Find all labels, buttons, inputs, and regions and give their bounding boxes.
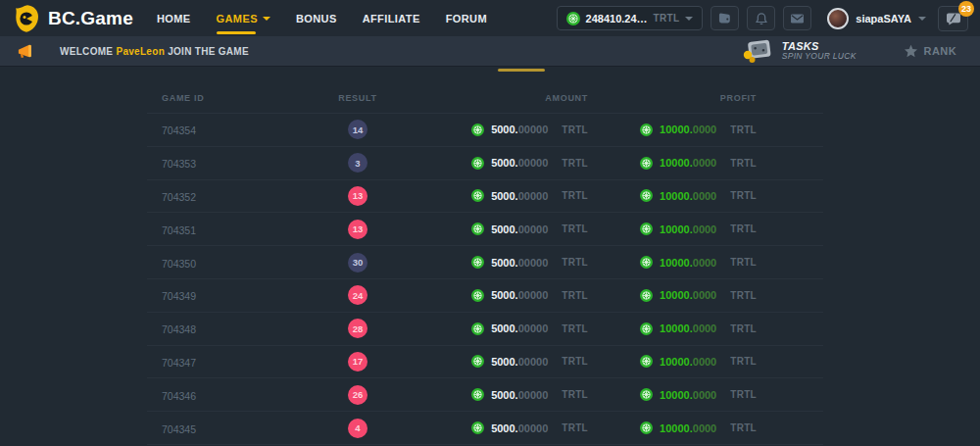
tasks-texts: TASKS SPIN YOUR LUCK xyxy=(782,40,857,62)
trtl-coin-icon xyxy=(640,223,653,235)
table-row[interactable]: 704348 28 5000.00000 TRTL 10000.0 xyxy=(147,313,823,346)
welcome-message: WELCOME PaveLeon JOIN THE GAME xyxy=(60,46,249,57)
trtl-coin-icon xyxy=(471,256,484,269)
result-badge: 26 xyxy=(348,385,368,405)
nav-item-affiliate[interactable]: AFFILIATE xyxy=(363,0,420,36)
amount-currency: TRTL xyxy=(562,323,588,334)
chevron-down-icon xyxy=(263,17,270,21)
trtl-coin-icon xyxy=(471,355,484,368)
chat-icon xyxy=(946,12,961,25)
profit-currency: TRTL xyxy=(730,356,757,367)
amount-currency: TRTL xyxy=(562,389,588,400)
notifications-button[interactable] xyxy=(747,6,775,30)
amount-decimals: 00000 xyxy=(518,289,549,301)
bell-icon xyxy=(755,12,768,25)
rank-link[interactable]: RANK xyxy=(904,44,956,58)
amount-decimals: 00000 xyxy=(518,124,549,135)
game-id: 704348 xyxy=(162,323,196,335)
amount-decimals: 00000 xyxy=(518,223,549,235)
table-row[interactable]: 704345 4 5000.00000 TRTL 10000.00 xyxy=(147,412,823,445)
amount-currency: TRTL xyxy=(562,223,588,234)
profit-decimals: 0000 xyxy=(693,124,716,135)
navbar-right: 248410.24… TRTL xyxy=(557,6,968,31)
amount-decimals: 00000 xyxy=(518,356,549,368)
tasks-link[interactable]: TASKS SPIN YOUR LUCK xyxy=(741,38,857,64)
bcgame-logo-icon xyxy=(14,4,40,33)
logo[interactable]: BC.Game xyxy=(14,4,133,33)
trtl-coin-icon xyxy=(640,421,653,434)
nav-item-forum[interactable]: FORUM xyxy=(446,0,487,36)
balance-selector[interactable]: 248410.24… TRTL xyxy=(557,6,704,30)
trtl-coin-icon xyxy=(640,157,653,170)
trtl-coin-icon xyxy=(640,355,653,368)
wallet-button[interactable] xyxy=(710,6,739,30)
nav-item-games[interactable]: GAMES xyxy=(217,0,270,36)
megaphone-icon xyxy=(16,43,34,60)
chat-button[interactable]: 23 xyxy=(938,6,968,31)
amount-decimals: 00000 xyxy=(518,190,549,202)
profit-decimals: 0000 xyxy=(693,422,716,434)
trtl-coin-icon xyxy=(640,322,653,335)
profit-main: 10000. xyxy=(660,223,693,235)
profit-main: 10000. xyxy=(660,124,693,135)
banner-right: TASKS SPIN YOUR LUCK RANK xyxy=(741,38,956,64)
trtl-coin-icon xyxy=(566,12,580,25)
chat-notification-badge: 23 xyxy=(958,1,974,17)
trtl-coin-icon xyxy=(640,189,653,202)
col-header-amount: AMOUNT xyxy=(392,93,588,103)
table-row[interactable]: 704354 14 5000.00000 TRTL 10000.0 xyxy=(147,114,823,147)
messages-button[interactable] xyxy=(783,6,811,30)
trtl-coin-icon xyxy=(640,256,653,269)
table-row[interactable]: 704350 30 5000.00000 TRTL 10000.0 xyxy=(147,246,823,279)
amount-currency: TRTL xyxy=(562,190,588,201)
profit-decimals: 0000 xyxy=(693,356,716,368)
bets-table: GAME ID RESULT AMOUNT PROFIT 704354 14 5… xyxy=(147,82,823,445)
game-id: 704352 xyxy=(162,191,196,203)
profit-currency: TRTL xyxy=(730,124,757,135)
result-badge: 14 xyxy=(348,120,368,139)
amount-decimals: 00000 xyxy=(518,257,549,269)
amount-decimals: 00000 xyxy=(518,322,549,334)
table-row[interactable]: 704353 3 5000.00000 TRTL 10000.00 xyxy=(147,147,823,180)
nav-item-home[interactable]: HOME xyxy=(157,0,191,36)
trtl-coin-icon xyxy=(471,421,484,434)
profit-decimals: 0000 xyxy=(693,289,716,301)
profit-currency: TRTL xyxy=(730,158,757,169)
result-badge: 13 xyxy=(348,220,368,239)
result-badge: 4 xyxy=(348,419,368,438)
profit-decimals: 0000 xyxy=(693,389,716,401)
amount-main: 5000. xyxy=(491,356,518,368)
nav-item-bonus[interactable]: BONUS xyxy=(296,0,337,36)
trtl-coin-icon xyxy=(640,124,653,136)
profit-decimals: 0000 xyxy=(693,322,716,334)
game-id: 704353 xyxy=(162,158,196,170)
profit-main: 10000. xyxy=(660,257,693,269)
table-row[interactable]: 704351 13 5000.00000 TRTL 10000.0 xyxy=(147,213,823,246)
trtl-coin-icon xyxy=(471,124,484,136)
dice-machine-icon xyxy=(741,38,774,64)
table-row[interactable]: 704346 26 5000.00000 TRTL 10000.0 xyxy=(147,378,823,412)
amount-currency: TRTL xyxy=(562,124,588,135)
table-row[interactable]: 704349 24 5000.00000 TRTL 10000.0 xyxy=(147,279,823,313)
result-badge: 30 xyxy=(348,253,368,273)
table-row[interactable]: 704352 13 5000.00000 TRTL 10000.0 xyxy=(147,180,823,214)
table-header-row: GAME ID RESULT AMOUNT PROFIT xyxy=(147,82,823,114)
user-menu[interactable]: siapaSAYA xyxy=(827,8,926,29)
welcome-player-name[interactable]: PaveLeon xyxy=(116,46,165,57)
rank-label: RANK xyxy=(924,45,956,57)
profit-main: 10000. xyxy=(660,190,693,202)
trtl-coin-icon xyxy=(471,157,484,170)
trtl-coin-icon xyxy=(471,189,484,202)
amount-main: 5000. xyxy=(491,157,518,169)
amount-main: 5000. xyxy=(491,124,518,135)
chevron-down-icon xyxy=(685,17,693,21)
profit-main: 10000. xyxy=(660,422,693,434)
chevron-down-icon xyxy=(918,17,926,21)
game-id: 704345 xyxy=(162,423,196,435)
col-header-result: RESULT xyxy=(323,93,392,103)
amount-main: 5000. xyxy=(491,389,518,401)
amount-currency: TRTL xyxy=(562,422,588,433)
profit-decimals: 0000 xyxy=(693,190,716,202)
table-row[interactable]: 704347 17 5000.00000 TRTL 10000.0 xyxy=(147,346,823,379)
mail-icon xyxy=(790,13,805,25)
